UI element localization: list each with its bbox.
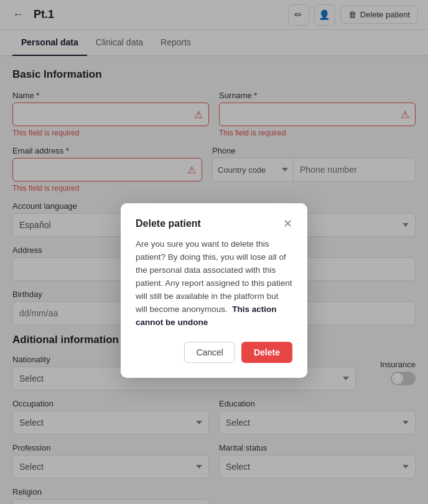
modal-overlay: Delete patient ✕ Are you sure you want t… xyxy=(0,0,428,504)
modal-header: Delete patient ✕ xyxy=(136,218,292,229)
delete-patient-modal: Delete patient ✕ Are you sure you want t… xyxy=(121,203,307,377)
modal-footer: Cancel Delete xyxy=(136,342,292,363)
modal-delete-button[interactable]: Delete xyxy=(241,342,292,363)
modal-body: Are you sure you want to delete this pat… xyxy=(136,238,292,329)
app-container: ← Pt.1 ✏ 👤 🗑 Delete patient Personal dat… xyxy=(0,0,428,504)
modal-cancel-button[interactable]: Cancel xyxy=(184,342,235,363)
modal-title: Delete patient xyxy=(136,218,201,229)
modal-body-text: Are you sure you want to delete this pat… xyxy=(136,239,292,314)
modal-close-button[interactable]: ✕ xyxy=(283,218,292,229)
